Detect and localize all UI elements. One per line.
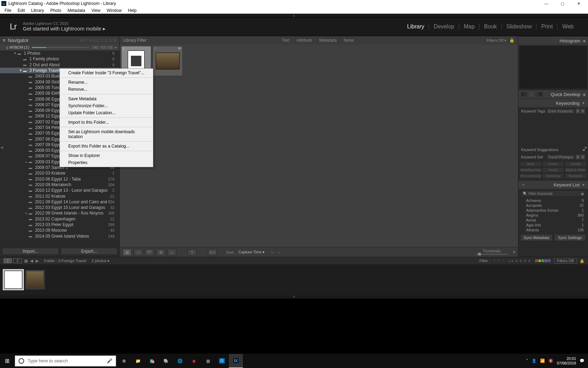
module-slideshow[interactable]: Slideshow [502, 23, 537, 30]
photo-count[interactable]: 2 photos ▾ [92, 259, 110, 263]
nav-forward-button[interactable]: ▶ [34, 259, 40, 263]
store-icon[interactable]: 🛍️ [145, 354, 159, 368]
context-menu-item[interactable]: Create Folder Inside "3 Foreign Travel".… [60, 69, 153, 76]
keyword-list-header[interactable]: ＋Keyword List▼ [518, 180, 588, 189]
folder-row[interactable]: ▬1 Family photos0 [0, 56, 119, 62]
sort-dropdown[interactable]: Capture Time ▾ [238, 250, 265, 254]
context-menu-item[interactable]: Remove... [60, 86, 153, 93]
histogram-header[interactable]: Histogram◀ [518, 36, 588, 45]
app-icon[interactable]: ◉ [187, 354, 201, 368]
filter-metadata[interactable]: Metadata [316, 38, 340, 43]
left-panel-collapse[interactable]: ◀ [0, 140, 4, 154]
keyword-filter-input[interactable]: 🔍 Filter Keywords ◀ [521, 190, 585, 197]
context-menu-item[interactable]: Save Metadata [60, 95, 153, 102]
keyword-suggestions-header[interactable]: Keyword Suggestions◀ [518, 146, 588, 153]
volume-row[interactable]: ▯ HITACHI (J:) 240 / 931 GB ▾ [0, 45, 119, 50]
thumbnail[interactable] [156, 53, 180, 69]
folder-row[interactable]: ▸▬2012 09 Greek Islands - Kos Nisyros105 [0, 210, 119, 216]
close-button[interactable]: ✕ [570, 0, 587, 7]
painter-button[interactable]: ✎ [188, 249, 197, 256]
keyword-list-item[interactable]: Albania135 [518, 227, 588, 232]
maximize-button[interactable]: ▢ [554, 0, 570, 7]
notifications-icon[interactable]: 💬 [580, 359, 584, 363]
folder-row[interactable]: ▬2 Out and About0 [0, 62, 119, 68]
keyword-set-item[interactable]: Reception [565, 173, 587, 179]
breadcrumb-path[interactable]: Folder : 3 Foreign Travel [44, 259, 86, 263]
evernote-icon[interactable]: 🐘 [159, 354, 173, 368]
menu-edit[interactable]: Edit [14, 8, 28, 13]
filter-attribute[interactable]: Attribute [293, 38, 316, 43]
app-icon[interactable]: ▦ [201, 354, 215, 368]
keyword-list-item[interactable]: Aegina360 [518, 213, 588, 218]
taskbar-search[interactable]: Type here to search 🎤 [15, 355, 116, 367]
context-menu-item[interactable]: Update Folder Location... [60, 109, 153, 116]
keyword-set-dropdown[interactable]: Travel Photogra [546, 154, 575, 160]
folder-row[interactable]: ▼▬1 Photos0 [0, 50, 119, 56]
tray-chevron-icon[interactable]: ˄ [526, 359, 528, 363]
thumbnail[interactable] [27, 271, 43, 288]
keyword-set-item[interactable]: Pre-Ceremony [520, 173, 542, 179]
keyword-list-item[interactable]: Acropolis32 [518, 203, 588, 208]
export-button[interactable]: Export... [61, 248, 118, 255]
thumbnail[interactable] [5, 271, 22, 288]
grid-toggle-icon[interactable]: ▦ [23, 259, 29, 263]
flag-filters[interactable]: ⚐ ⚐ ⚐ [493, 259, 505, 263]
filmstrip-cell[interactable] [4, 270, 23, 289]
context-menu-item[interactable]: Rename... [60, 79, 153, 86]
right-panel-collapse[interactable]: ▶ [584, 140, 588, 154]
keyword-set-item[interactable]: Black & White [565, 167, 587, 173]
keyword-list-item[interactable]: Adamantios Korais1 [518, 208, 588, 213]
nav-back-button[interactable]: ◀ [29, 259, 34, 263]
chevron-down-icon[interactable]: ▼ [575, 108, 580, 114]
filmstrip[interactable] [0, 264, 588, 295]
folder-row[interactable]: ▬2013 02 Copenhagen21 [0, 216, 119, 222]
module-web[interactable]: Web [558, 23, 578, 30]
menu-metadata[interactable]: Metadata [64, 8, 88, 13]
lock-icon[interactable]: 🔒 [580, 259, 584, 263]
panel-collapse-top[interactable]: ▲ [0, 14, 588, 17]
folder-row[interactable]: ▬2014 05 Greek Island Videos149 [0, 233, 119, 239]
second-window-button[interactable]: 2 [13, 258, 22, 263]
people-icon[interactable]: 👤 [532, 359, 537, 363]
color-label-filters[interactable] [535, 259, 551, 262]
module-map[interactable]: Map [459, 23, 479, 30]
disclosure-icon[interactable]: ▼ [13, 52, 18, 55]
context-menu-item[interactable]: Synchronize Folder... [60, 102, 153, 109]
toolbar-menu-icon[interactable]: ▾ [513, 250, 515, 254]
filters-off-button[interactable]: Filters Off [554, 258, 577, 264]
compare-view-button[interactable]: XY [145, 249, 154, 256]
quick-develop-header[interactable]: Quick Develop◀ [518, 90, 588, 98]
keyword-entry-area[interactable] [520, 115, 587, 146]
module-book[interactable]: Book [479, 23, 502, 30]
menu-view[interactable]: View [88, 8, 104, 13]
menu-photo[interactable]: Photo [47, 8, 64, 13]
module-library[interactable]: Library [402, 23, 429, 30]
chrome-icon[interactable]: 🌐 [173, 354, 187, 368]
mobile-link[interactable]: Get started with Lightroom mobile ▸ [23, 26, 105, 32]
keyword-set-item[interactable]: Family [542, 167, 564, 173]
filter-none[interactable]: None [340, 38, 357, 43]
system-tray[interactable]: ˄ 👤 📶 🔇 20:01 07/08/2018 💬 [526, 356, 588, 366]
start-button[interactable]: ⊞ [0, 354, 14, 368]
survey-view-button[interactable]: ▤ [156, 249, 165, 256]
filters-off-dropdown[interactable]: Filters Off ▾ [486, 38, 506, 43]
panel-collapse-bottom[interactable]: ▼ [0, 295, 588, 299]
keyword-set-item[interactable]: Groom [542, 161, 564, 167]
folder-row[interactable]: ▬2011 09 Egypt 14 Luxor and Cairo and Ga… [0, 199, 119, 205]
sort-direction-button[interactable]: a↕z [208, 249, 217, 256]
menu-library[interactable]: Library [28, 8, 47, 13]
folder-row[interactable]: ▬2010 03 Krakow1 [0, 170, 119, 176]
sync-settings-button[interactable]: Sync Settings [554, 234, 586, 241]
outlook-icon[interactable]: O [215, 354, 229, 368]
keyword-set-item[interactable]: Candid [565, 161, 587, 167]
prev-photo-button[interactable]: ← [270, 250, 275, 255]
navigator-header[interactable]: ▶ Navigator FIT FILL 1:1 1:3 [0, 36, 119, 45]
microphone-icon[interactable]: 🎤 [107, 358, 112, 363]
chevron-down-icon[interactable]: ▼ [575, 154, 580, 160]
folder-row[interactable]: ▬2013 09 Moscow43 [0, 227, 119, 233]
lock-icon[interactable]: 🔒 [509, 38, 514, 43]
disclosure-icon[interactable]: ▸ [24, 211, 29, 215]
next-photo-button[interactable]: → [276, 250, 281, 255]
folder-row[interactable]: ▬2010 06 Egypt 12 - Taba176 [0, 176, 119, 182]
main-window-button[interactable]: 1 [4, 258, 12, 263]
